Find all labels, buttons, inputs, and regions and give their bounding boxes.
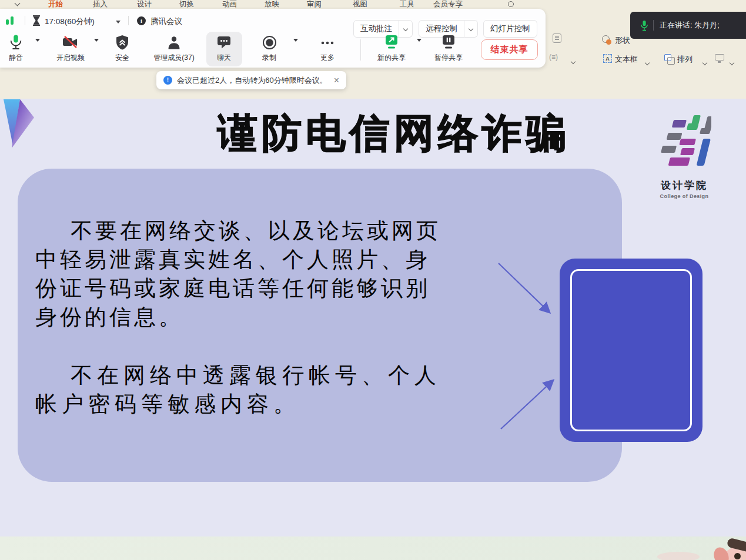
image-placeholder-rect	[560, 259, 702, 442]
divider	[128, 16, 129, 25]
mute-button[interactable]: 静音	[0, 33, 42, 63]
tab-animation[interactable]: 动画	[222, 0, 237, 9]
tab-insert[interactable]: 插入	[93, 0, 108, 9]
powerpoint-tab-bar: 开始 插入 设计 切换 动画 放映 审阅 视图 工具 会员专享	[0, 0, 746, 9]
tab-view[interactable]: 视图	[353, 0, 367, 9]
triangle-decoration	[0, 99, 41, 153]
end-share-button[interactable]: 结束共享	[481, 39, 538, 60]
line-spacing-icon[interactable]: (≡)	[549, 53, 558, 61]
pig-eye-icon	[734, 553, 741, 559]
textbox-icon[interactable]: A	[603, 54, 612, 63]
more-button[interactable]: 更多	[301, 33, 354, 63]
meeting-duration-notification: ! 会议已超过2人，自动转为60分钟限时会议。 ×	[156, 71, 346, 89]
arrange-chevron-icon[interactable]	[703, 56, 707, 67]
college-name-en: College of Design	[651, 193, 717, 199]
desktop-background-strip	[0, 536, 746, 560]
meeting-info-icon[interactable]: i	[137, 16, 146, 25]
tab-review[interactable]: 审阅	[307, 0, 322, 9]
meeting-timer[interactable]: 17:08(60分钟)	[45, 16, 95, 27]
pause-share-button[interactable]: 暂停共享	[422, 33, 475, 63]
paragraph-privacy: 不要在网络交谈、以及论坛或网页 中轻易泄露真实姓名、个人照片、身 份证号码或家庭…	[35, 216, 488, 331]
speaker-mic-icon	[640, 20, 648, 31]
arrange-label[interactable]: 排列	[677, 54, 693, 65]
tab-member[interactable]: 会员专享	[433, 0, 463, 9]
person-icon	[148, 33, 200, 52]
pig-tail-blob	[657, 552, 700, 560]
slide-control-button[interactable]: 幻灯片控制	[483, 20, 537, 38]
share-dropdown-icon[interactable]	[417, 39, 421, 42]
hourglass-icon	[32, 15, 41, 26]
slide-title: 谨防电信网络诈骗	[182, 107, 606, 160]
divider	[360, 39, 361, 61]
slide-area: 谨防电信网络诈骗 设计学院 College of	[0, 99, 746, 536]
tab-slideshow[interactable]: 放映	[265, 0, 279, 9]
arrange-icon[interactable]	[664, 54, 671, 61]
record-dropdown-icon[interactable]	[293, 39, 298, 42]
shapes-icon[interactable]	[602, 35, 610, 43]
monitor-chevron-icon[interactable]	[730, 56, 734, 67]
new-share-button[interactable]: 新的共享	[365, 33, 418, 63]
record-button[interactable]: 录制	[243, 33, 296, 63]
record-icon	[243, 33, 296, 52]
image-placeholder-border	[570, 269, 692, 431]
timer-dropdown-icon[interactable]	[116, 21, 121, 24]
security-button[interactable]: 安全	[96, 33, 149, 63]
info-icon: !	[163, 76, 172, 85]
tab-home[interactable]: 开始	[48, 0, 63, 9]
screen-share-icon	[365, 33, 418, 52]
college-logo-mark	[657, 115, 711, 174]
textbox-label[interactable]: 文本框	[615, 54, 638, 65]
manage-members-button[interactable]: 管理成员(37)	[148, 33, 200, 63]
mute-dropdown-icon[interactable]	[35, 39, 40, 42]
paste-icon[interactable]	[553, 33, 561, 43]
active-speaker-indicator: 正在讲话: 朱丹丹;	[630, 12, 746, 39]
microphone-icon	[0, 33, 42, 52]
divider	[653, 20, 654, 31]
meeting-toolbar-panel: 17:08(60分钟) i 腾讯会议 互动批注 远程控制 幻灯片控制 静音	[0, 9, 546, 68]
camera-off-icon	[44, 33, 97, 52]
start-video-button[interactable]: 开启视频	[44, 33, 97, 63]
notification-text: 会议已超过2人，自动转为60分钟限时会议。	[177, 75, 327, 86]
network-signal-icon	[6, 16, 19, 25]
textbox-chevron-icon[interactable]	[645, 56, 649, 67]
tab-transition[interactable]: 切换	[179, 0, 194, 9]
slideshow-monitor-icon[interactable]	[715, 54, 724, 61]
screen: 开始 插入 设计 切换 动画 放映 审阅 视图 工具 会员专享 (≡) 形状 A…	[0, 0, 746, 560]
tab-design[interactable]: 设计	[137, 0, 152, 9]
college-name-cn: 设计学院	[651, 179, 717, 192]
search-icon[interactable]	[508, 1, 514, 7]
shield-icon	[96, 33, 149, 52]
line-spacing-chevron-icon[interactable]	[571, 55, 575, 66]
pause-share-icon	[422, 33, 475, 52]
paragraph-bank: 不在网络中透露银行帐号、个人 帐户密码等敏感内容。	[35, 361, 488, 418]
shapes-label[interactable]: 形状	[615, 35, 630, 46]
more-dots-icon	[301, 33, 354, 52]
app-name: 腾讯会议	[150, 16, 182, 27]
college-logo: 设计学院 College of Design	[651, 115, 717, 199]
tab-tools[interactable]: 工具	[400, 0, 414, 9]
collapse-ribbon-chevron-icon[interactable]	[15, 1, 21, 6]
close-icon[interactable]: ×	[334, 76, 339, 85]
speaking-text: 正在讲话: 朱丹丹;	[660, 20, 720, 31]
divider	[25, 16, 25, 25]
